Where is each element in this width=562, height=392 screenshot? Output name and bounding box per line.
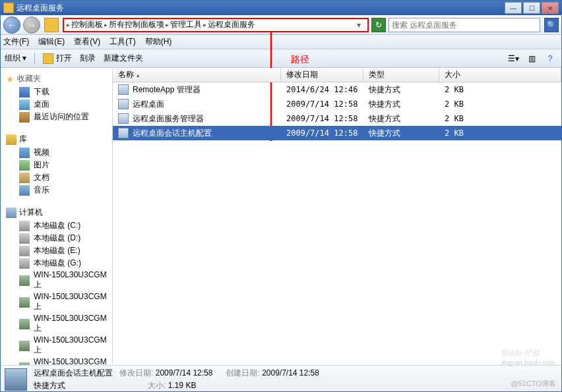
file-name: 远程桌面服务管理器 bbox=[133, 113, 204, 125]
refresh-button[interactable]: ↻ bbox=[371, 18, 386, 32]
open-label: 打开 bbox=[56, 53, 72, 64]
disk-icon bbox=[19, 233, 30, 244]
breadcrumb-item[interactable]: 控制面板 bbox=[71, 19, 103, 30]
sidebar-item-label: 图片 bbox=[34, 159, 49, 171]
sidebar-item-netdrive[interactable]: WIN-150L30U3CGM 上 bbox=[5, 269, 108, 291]
chevron-down-icon[interactable]: ▾ bbox=[353, 20, 365, 30]
status-name: 远程桌面会话主机配置 bbox=[34, 368, 113, 378]
open-button[interactable]: 打开 bbox=[43, 53, 72, 64]
sidebar-item-music[interactable]: 音乐 bbox=[5, 184, 108, 196]
sidebar-item-label: 音乐 bbox=[34, 184, 49, 196]
column-header: 名称▴ 修改日期 类型 大小 bbox=[113, 68, 561, 82]
close-button[interactable]: ✕ bbox=[542, 2, 559, 14]
file-list: RemoteApp 管理器2014/6/24 12:46快捷方式2 KB远程桌面… bbox=[113, 82, 561, 365]
sidebar-item-desktop[interactable]: 桌面 bbox=[5, 98, 108, 111]
col-type[interactable]: 类型 bbox=[363, 68, 439, 82]
shortcut-icon bbox=[118, 128, 129, 138]
search-box[interactable] bbox=[389, 18, 540, 32]
sidebar-item-label: WIN-150L30U3CGM 上 bbox=[34, 292, 107, 312]
file-row[interactable]: 远程桌面服务管理器2009/7/14 12:58快捷方式2 KB bbox=[113, 111, 561, 126]
file-row[interactable]: 远程桌面会话主机配置2009/7/14 12:58快捷方式2 KB bbox=[113, 126, 561, 140]
menu-tools[interactable]: 工具(T) bbox=[109, 36, 135, 47]
shortcut-icon bbox=[118, 99, 129, 109]
col-size[interactable]: 大小 bbox=[439, 68, 561, 82]
file-size: 2 KB bbox=[439, 114, 561, 123]
search-input[interactable] bbox=[392, 20, 537, 30]
file-row[interactable]: 远程桌面2009/7/14 12:58快捷方式2 KB bbox=[113, 97, 561, 111]
video-icon bbox=[19, 148, 30, 158]
file-date: 2009/7/14 12:58 bbox=[281, 99, 363, 109]
sidebar-item-netdrive[interactable]: WIN-150L30U3CGM 上 bbox=[5, 335, 108, 356]
sidebar-item-netdrive[interactable]: WIN-150L30U3CGM 上 bbox=[5, 291, 108, 313]
breadcrumb-item[interactable]: 远程桌面服务 bbox=[208, 19, 255, 30]
netdrive-icon bbox=[19, 362, 30, 366]
netdrive-icon bbox=[19, 297, 30, 308]
sidebar-item-label: WIN-150L30U3CGM 上 bbox=[34, 357, 107, 365]
sidebar-item-videos[interactable]: 视频 bbox=[5, 146, 108, 159]
organize-button[interactable]: 组织 ▾ bbox=[5, 53, 26, 64]
back-button[interactable]: ← bbox=[3, 16, 20, 34]
menu-view[interactable]: 查看(V) bbox=[74, 36, 100, 47]
window-controls: — ☐ ✕ bbox=[503, 2, 559, 14]
file-size: 2 KB bbox=[439, 128, 561, 138]
favorites-label: 收藏夹 bbox=[17, 73, 41, 84]
menu-edit[interactable]: 编辑(E) bbox=[38, 36, 65, 47]
col-date[interactable]: 修改日期 bbox=[281, 68, 363, 82]
disk-icon bbox=[19, 221, 30, 231]
menu-help[interactable]: 帮助(H) bbox=[145, 36, 172, 47]
computer-label: 计算机 bbox=[19, 207, 43, 218]
sidebar-item-recent[interactable]: 最近访问的位置 bbox=[5, 111, 108, 123]
menu-file[interactable]: 文件(F) bbox=[3, 36, 29, 47]
minimize-button[interactable]: — bbox=[505, 2, 522, 14]
address-bar[interactable]: ▸ 控制面板 ▸ 所有控制面板项 ▸ 管理工具 ▸ 远程桌面服务 ▾ bbox=[63, 18, 369, 32]
status-sizelabel: 大小: bbox=[148, 381, 166, 390]
sidebar-item-netdrive[interactable]: WIN-150L30U3CGM 上 bbox=[5, 356, 108, 365]
newfolder-button[interactable]: 新建文件夹 bbox=[104, 53, 143, 64]
sidebar-libraries[interactable]: 库 bbox=[5, 132, 108, 146]
sidebar-item-disk[interactable]: 本地磁盘 (C:) bbox=[5, 219, 108, 232]
breadcrumb-item[interactable]: 所有控制面板项 bbox=[109, 19, 164, 30]
netdrive-icon bbox=[19, 275, 30, 286]
download-icon bbox=[19, 87, 30, 98]
sidebar-item-netdrive[interactable]: WIN-150L30U3CGM 上 bbox=[5, 313, 108, 335]
sidebar-item-downloads[interactable]: 下载 bbox=[5, 86, 108, 98]
netdrive-icon bbox=[19, 319, 30, 329]
sidebar-item-disk[interactable]: 本地磁盘 (D:) bbox=[5, 232, 108, 244]
sidebar-item-label: 桌面 bbox=[34, 99, 49, 110]
help-button[interactable]: ? bbox=[543, 52, 557, 65]
chevron-right-icon: ▸ bbox=[203, 21, 206, 28]
col-name[interactable]: 名称▴ bbox=[113, 68, 281, 82]
picture-icon bbox=[19, 160, 30, 171]
star-icon: ★ bbox=[6, 74, 15, 84]
file-name: 远程桌面 bbox=[133, 99, 164, 110]
sidebar-item-disk[interactable]: 本地磁盘 (G:) bbox=[5, 257, 108, 269]
file-date: 2009/7/14 12:58 bbox=[281, 128, 363, 138]
sidebar: ★收藏夹 下载 桌面 最近访问的位置 库 视频 图片 文档 音乐 计算机 本地磁… bbox=[1, 68, 113, 365]
burn-button[interactable]: 刻录 bbox=[80, 53, 96, 64]
recent-icon bbox=[19, 112, 30, 123]
separator bbox=[34, 53, 35, 65]
sidebar-favorites[interactable]: ★收藏夹 bbox=[5, 72, 108, 86]
body: ★收藏夹 下载 桌面 最近访问的位置 库 视频 图片 文档 音乐 计算机 本地磁… bbox=[1, 68, 561, 365]
file-name: RemoteApp 管理器 bbox=[133, 84, 201, 96]
navbar: ← → ▸ 控制面板 ▸ 所有控制面板项 ▸ 管理工具 ▸ 远程桌面服务 ▾ ↻… bbox=[1, 15, 561, 35]
view-switch-button[interactable]: ☰▾ bbox=[506, 52, 520, 65]
sidebar-computer[interactable]: 计算机 bbox=[5, 206, 108, 219]
preview-pane-button[interactable]: ▥ bbox=[524, 52, 539, 65]
sidebar-item-pictures[interactable]: 图片 bbox=[5, 159, 108, 171]
status-modlabel: 修改日期: bbox=[119, 368, 153, 378]
file-type: 快捷方式 bbox=[363, 99, 439, 110]
maximize-button[interactable]: ☐ bbox=[523, 2, 540, 14]
search-button[interactable]: 🔍 bbox=[544, 18, 559, 32]
file-date: 2014/6/24 12:46 bbox=[281, 85, 363, 94]
file-type: 快捷方式 bbox=[363, 128, 439, 139]
file-row[interactable]: RemoteApp 管理器2014/6/24 12:46快捷方式2 KB bbox=[113, 82, 561, 97]
computer-icon bbox=[6, 208, 16, 218]
sidebar-item-disk[interactable]: 本地磁盘 (E:) bbox=[5, 244, 108, 257]
breadcrumb-item[interactable]: 管理工具 bbox=[170, 19, 202, 30]
menubar: 文件(F) 编辑(E) 查看(V) 工具(T) 帮助(H) bbox=[1, 35, 561, 49]
sidebar-item-label: 本地磁盘 (D:) bbox=[34, 233, 80, 244]
sidebar-item-documents[interactable]: 文档 bbox=[5, 171, 108, 184]
music-icon bbox=[19, 185, 30, 196]
forward-button[interactable]: → bbox=[23, 16, 40, 34]
